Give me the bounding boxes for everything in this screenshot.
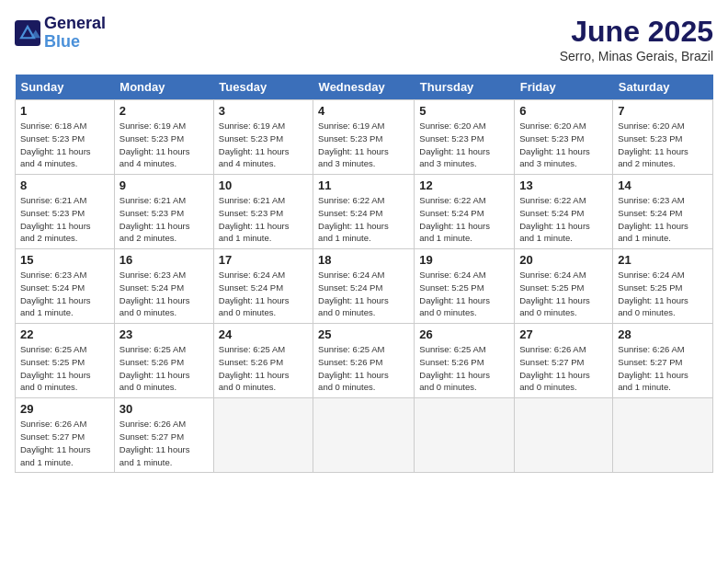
title-block: June 2025 Serro, Minas Gerais, Brazil bbox=[560, 15, 713, 63]
calendar-table: Sunday Monday Tuesday Wednesday Thursday… bbox=[15, 75, 713, 473]
header-thursday: Thursday bbox=[415, 75, 515, 100]
day-number: 21 bbox=[618, 253, 708, 267]
day-detail: Sunrise: 6:24 AMSunset: 5:25 PMDaylight:… bbox=[618, 269, 708, 319]
day-detail: Sunrise: 6:20 AMSunset: 5:23 PMDaylight:… bbox=[519, 120, 608, 170]
day-detail: Sunrise: 6:25 AMSunset: 5:26 PMDaylight:… bbox=[119, 343, 209, 394]
day-number: 20 bbox=[519, 253, 608, 267]
day-detail: Sunrise: 6:25 AMSunset: 5:26 PMDaylight:… bbox=[318, 343, 409, 394]
header-sunday: Sunday bbox=[16, 75, 115, 100]
day-number: 30 bbox=[119, 402, 209, 416]
day-number: 6 bbox=[519, 104, 608, 118]
day-number: 12 bbox=[419, 178, 509, 192]
day-number: 11 bbox=[318, 178, 409, 192]
day-number: 25 bbox=[318, 327, 409, 341]
table-row bbox=[613, 398, 713, 473]
day-number: 19 bbox=[419, 253, 509, 267]
table-row: 5 Sunrise: 6:20 AMSunset: 5:23 PMDayligh… bbox=[415, 100, 515, 175]
table-row: 11 Sunrise: 6:22 AMSunset: 5:24 PMDaylig… bbox=[313, 175, 415, 249]
day-detail: Sunrise: 6:26 AMSunset: 5:27 PMDaylight:… bbox=[20, 418, 109, 468]
table-row: 17 Sunrise: 6:24 AMSunset: 5:24 PMDaylig… bbox=[213, 249, 313, 324]
table-row: 27 Sunrise: 6:26 AMSunset: 5:27 PMDaylig… bbox=[515, 324, 613, 398]
calendar-week-row: 1 Sunrise: 6:18 AMSunset: 5:23 PMDayligh… bbox=[16, 100, 713, 175]
day-detail: Sunrise: 6:23 AMSunset: 5:24 PMDaylight:… bbox=[618, 194, 708, 245]
calendar-week-row: 8 Sunrise: 6:21 AMSunset: 5:23 PMDayligh… bbox=[16, 175, 713, 249]
header-friday: Friday bbox=[515, 75, 613, 100]
day-detail: Sunrise: 6:25 AMSunset: 5:26 PMDaylight:… bbox=[219, 343, 308, 394]
logo-text: GeneralBlue bbox=[44, 15, 106, 52]
day-number: 16 bbox=[119, 253, 209, 267]
day-number: 18 bbox=[318, 253, 409, 267]
table-row: 8 Sunrise: 6:21 AMSunset: 5:23 PMDayligh… bbox=[16, 175, 115, 249]
day-detail: Sunrise: 6:19 AMSunset: 5:23 PMDaylight:… bbox=[119, 120, 209, 170]
day-detail: Sunrise: 6:22 AMSunset: 5:24 PMDaylight:… bbox=[519, 194, 608, 245]
day-detail: Sunrise: 6:25 AMSunset: 5:25 PMDaylight:… bbox=[20, 343, 109, 394]
table-row: 4 Sunrise: 6:19 AMSunset: 5:23 PMDayligh… bbox=[313, 100, 415, 175]
table-row: 28 Sunrise: 6:26 AMSunset: 5:27 PMDaylig… bbox=[613, 324, 713, 398]
table-row: 21 Sunrise: 6:24 AMSunset: 5:25 PMDaylig… bbox=[613, 249, 713, 324]
table-row: 24 Sunrise: 6:25 AMSunset: 5:26 PMDaylig… bbox=[213, 324, 313, 398]
table-row: 14 Sunrise: 6:23 AMSunset: 5:24 PMDaylig… bbox=[613, 175, 713, 249]
day-detail: Sunrise: 6:24 AMSunset: 5:25 PMDaylight:… bbox=[519, 269, 608, 319]
table-row: 25 Sunrise: 6:25 AMSunset: 5:26 PMDaylig… bbox=[313, 324, 415, 398]
day-detail: Sunrise: 6:19 AMSunset: 5:23 PMDaylight:… bbox=[318, 120, 409, 170]
calendar-week-row: 22 Sunrise: 6:25 AMSunset: 5:25 PMDaylig… bbox=[16, 324, 713, 398]
table-row: 3 Sunrise: 6:19 AMSunset: 5:23 PMDayligh… bbox=[213, 100, 313, 175]
day-detail: Sunrise: 6:20 AMSunset: 5:23 PMDaylight:… bbox=[618, 120, 708, 170]
day-number: 7 bbox=[618, 104, 708, 118]
table-row bbox=[313, 398, 415, 473]
day-number: 22 bbox=[20, 327, 109, 341]
day-detail: Sunrise: 6:24 AMSunset: 5:25 PMDaylight:… bbox=[419, 269, 509, 319]
table-row bbox=[515, 398, 613, 473]
table-row: 6 Sunrise: 6:20 AMSunset: 5:23 PMDayligh… bbox=[515, 100, 613, 175]
day-detail: Sunrise: 6:22 AMSunset: 5:24 PMDaylight:… bbox=[419, 194, 509, 245]
table-row bbox=[415, 398, 515, 473]
table-row: 22 Sunrise: 6:25 AMSunset: 5:25 PMDaylig… bbox=[16, 324, 115, 398]
day-detail: Sunrise: 6:21 AMSunset: 5:23 PMDaylight:… bbox=[219, 194, 308, 245]
table-row: 26 Sunrise: 6:25 AMSunset: 5:26 PMDaylig… bbox=[415, 324, 515, 398]
table-row: 2 Sunrise: 6:19 AMSunset: 5:23 PMDayligh… bbox=[114, 100, 213, 175]
table-row: 1 Sunrise: 6:18 AMSunset: 5:23 PMDayligh… bbox=[16, 100, 115, 175]
month-title: June 2025 bbox=[560, 15, 713, 49]
day-number: 2 bbox=[119, 104, 209, 118]
day-detail: Sunrise: 6:23 AMSunset: 5:24 PMDaylight:… bbox=[119, 269, 209, 319]
header-wednesday: Wednesday bbox=[313, 75, 415, 100]
logo: GeneralBlue bbox=[15, 15, 106, 52]
table-row: 20 Sunrise: 6:24 AMSunset: 5:25 PMDaylig… bbox=[515, 249, 613, 324]
header-saturday: Saturday bbox=[613, 75, 713, 100]
day-number: 3 bbox=[219, 104, 308, 118]
day-detail: Sunrise: 6:21 AMSunset: 5:23 PMDaylight:… bbox=[119, 194, 209, 245]
day-number: 1 bbox=[20, 104, 109, 118]
day-number: 17 bbox=[219, 253, 308, 267]
day-number: 28 bbox=[618, 327, 708, 341]
day-number: 24 bbox=[219, 327, 308, 341]
table-row: 7 Sunrise: 6:20 AMSunset: 5:23 PMDayligh… bbox=[613, 100, 713, 175]
table-row: 13 Sunrise: 6:22 AMSunset: 5:24 PMDaylig… bbox=[515, 175, 613, 249]
day-number: 5 bbox=[419, 104, 509, 118]
day-detail: Sunrise: 6:18 AMSunset: 5:23 PMDaylight:… bbox=[20, 120, 109, 170]
day-detail: Sunrise: 6:25 AMSunset: 5:26 PMDaylight:… bbox=[419, 343, 509, 394]
table-row: 18 Sunrise: 6:24 AMSunset: 5:24 PMDaylig… bbox=[313, 249, 415, 324]
table-row: 30 Sunrise: 6:26 AMSunset: 5:27 PMDaylig… bbox=[114, 398, 213, 473]
weekday-header-row: Sunday Monday Tuesday Wednesday Thursday… bbox=[16, 75, 713, 100]
table-row: 19 Sunrise: 6:24 AMSunset: 5:25 PMDaylig… bbox=[415, 249, 515, 324]
logo-icon bbox=[15, 20, 40, 46]
day-number: 27 bbox=[519, 327, 608, 341]
location: Serro, Minas Gerais, Brazil bbox=[560, 49, 713, 63]
table-row: 15 Sunrise: 6:23 AMSunset: 5:24 PMDaylig… bbox=[16, 249, 115, 324]
day-number: 15 bbox=[20, 253, 109, 267]
day-number: 29 bbox=[20, 402, 109, 416]
day-detail: Sunrise: 6:24 AMSunset: 5:24 PMDaylight:… bbox=[219, 269, 308, 319]
header-monday: Monday bbox=[114, 75, 213, 100]
table-row bbox=[213, 398, 313, 473]
table-row: 10 Sunrise: 6:21 AMSunset: 5:23 PMDaylig… bbox=[213, 175, 313, 249]
day-number: 13 bbox=[519, 178, 608, 192]
calendar-week-row: 29 Sunrise: 6:26 AMSunset: 5:27 PMDaylig… bbox=[16, 398, 713, 473]
day-number: 8 bbox=[20, 178, 109, 192]
day-number: 9 bbox=[119, 178, 209, 192]
day-detail: Sunrise: 6:24 AMSunset: 5:24 PMDaylight:… bbox=[318, 269, 409, 319]
table-row: 23 Sunrise: 6:25 AMSunset: 5:26 PMDaylig… bbox=[114, 324, 213, 398]
day-detail: Sunrise: 6:26 AMSunset: 5:27 PMDaylight:… bbox=[119, 418, 209, 468]
table-row: 16 Sunrise: 6:23 AMSunset: 5:24 PMDaylig… bbox=[114, 249, 213, 324]
header-tuesday: Tuesday bbox=[213, 75, 313, 100]
day-number: 23 bbox=[119, 327, 209, 341]
